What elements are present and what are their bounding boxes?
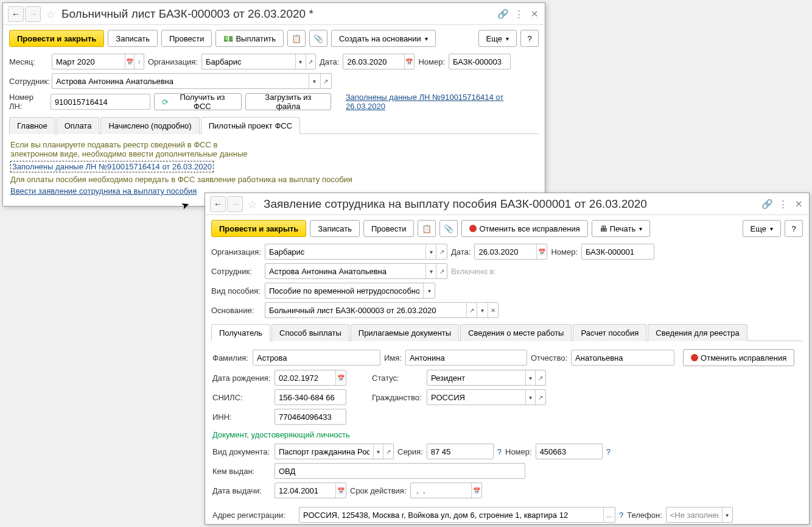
tab-payment-method[interactable]: Способ выплаты [271,324,349,341]
more-icon[interactable]: ⋮ [777,199,788,210]
bdate-field[interactable]: 📅 [275,370,346,386]
write-button[interactable]: Записать [310,220,360,237]
valid-until-field[interactable]: 📅 [410,483,482,498]
dropdown-icon[interactable]: ▾ [477,303,487,317]
dropdown-icon[interactable]: ▾ [722,508,732,522]
tab-calculation[interactable]: Расчет пособия [573,324,646,341]
employee-field[interactable]: ▾ ↗ [265,263,447,279]
status-field[interactable]: ▾↗ [427,370,546,386]
employee-field[interactable]: ▾ ↗ [52,73,332,89]
org-field[interactable]: ▾ ↗ [201,54,316,69]
mname-field[interactable] [571,350,674,366]
close-icon[interactable]: ✕ [529,9,540,19]
ln-info-link[interactable]: Заполнены данные ЛН №910015716414 от 26.… [346,93,539,111]
date-field[interactable]: 📅 [343,54,415,69]
write-button[interactable]: Записать [108,30,158,47]
dropdown-icon[interactable]: ▾ [423,283,435,298]
citizenship-field[interactable]: ▾↗ [427,389,546,405]
help-icon[interactable]: ? [606,447,611,456]
nav-back-button[interactable]: ← [210,196,226,212]
benefit-type-field[interactable]: ▾ [265,283,435,299]
tab-pilot-fss[interactable]: Пилотный проект ФСС [201,117,300,134]
spinner-icon[interactable]: ↕ [134,54,144,69]
print-button[interactable]: 🖶Печать [592,220,651,237]
dropdown-icon[interactable]: ▾ [425,264,436,278]
nav-forward-button[interactable]: → [25,6,41,22]
help-button[interactable]: ? [785,220,803,237]
calendar-icon[interactable]: 📅 [404,54,415,69]
more-icon[interactable]: ⋮ [513,9,524,19]
create-based-button[interactable]: Создать на основании [331,30,436,47]
attachment-icon-button[interactable]: 📎 [439,220,458,237]
load-file-button[interactable]: Загрузить из файла [245,93,332,110]
post-button[interactable]: Провести [161,30,212,47]
list-icon-button[interactable]: 📋 [287,30,306,47]
number-field[interactable] [581,244,654,260]
open-icon[interactable]: ↗ [535,390,545,405]
attachment-icon-button[interactable]: 📎 [309,30,327,47]
tab-workplace[interactable]: Сведения о месте работы [460,324,572,341]
date-field[interactable]: 📅 [474,244,547,260]
help-icon[interactable]: ? [619,511,623,520]
post-and-close-button[interactable]: Провести и закрыть [211,220,306,237]
dropdown-icon[interactable]: ▾ [525,370,536,385]
ln-field[interactable] [51,94,150,110]
link-icon[interactable]: 🔗 [761,199,772,210]
open-icon[interactable]: ↗ [306,54,315,69]
open-icon[interactable]: ↗ [436,244,447,259]
lname-field[interactable] [253,350,380,366]
post-and-close-button[interactable]: Провести и закрыть [9,30,104,47]
open-icon[interactable]: ↗ [535,370,545,385]
dropdown-icon[interactable]: ▾ [309,74,320,88]
ln-data-link[interactable]: Заполнены данные ЛН №910015716414 от 26.… [10,161,214,172]
doc-number-field[interactable] [536,444,603,459]
cancel-all-corrections-button[interactable]: Отменить все исправления [461,220,587,237]
open-icon[interactable]: ↗ [383,444,393,459]
create-application-link[interactable]: Ввести заявление сотрудника на выплату п… [10,186,197,196]
snils-field[interactable] [275,389,346,405]
calendar-icon[interactable]: 📅 [471,483,481,498]
get-fss-button[interactable]: ⟳Получить из ФСС [154,93,241,110]
calendar-icon[interactable]: 📅 [335,483,346,498]
doc-type-field[interactable]: ▾↗ [275,444,394,459]
open-icon[interactable]: ↗ [436,264,447,278]
issue-date-field[interactable]: 📅 [275,483,346,498]
basis-field[interactable]: ↗ ▾ ✕ [265,302,499,318]
list-icon-button[interactable]: 📋 [418,220,436,237]
link-icon[interactable]: 🔗 [497,9,508,19]
close-icon[interactable]: ✕ [793,199,804,210]
nav-forward-button[interactable]: → [227,196,243,212]
more-button[interactable]: Еще [743,220,781,237]
nav-back-button[interactable]: ← [8,6,24,22]
issued-by-field[interactable] [275,463,525,479]
series-field[interactable] [427,444,494,459]
open-icon[interactable]: ↗ [466,303,477,317]
tab-payment[interactable]: Оплата [57,117,100,134]
number-field[interactable] [449,54,511,69]
dropdown-icon[interactable]: ▾ [525,390,536,405]
ellipsis-icon[interactable]: … [603,508,615,522]
dropdown-icon[interactable]: ▾ [425,244,436,259]
month-field[interactable]: 📅 ↕ [52,54,144,69]
open-icon[interactable]: ↗ [320,74,331,88]
favorite-star-icon[interactable]: ☆ [248,198,260,210]
org-field[interactable]: ▾ ↗ [265,244,447,260]
dropdown-icon[interactable]: ▾ [295,54,305,69]
help-icon[interactable]: ? [497,447,502,456]
tab-recipient[interactable]: Получатель [211,324,270,341]
tab-registry[interactable]: Сведения для реестра [648,324,747,341]
calendar-icon[interactable]: 📅 [536,244,547,259]
tab-accrued[interactable]: Начислено (подробно) [100,117,199,134]
clear-icon[interactable]: ✕ [488,303,498,317]
calendar-icon[interactable]: 📅 [125,54,135,69]
reg-addr-field[interactable]: … [299,507,615,523]
more-button[interactable]: Еще [478,30,517,47]
calendar-icon[interactable]: 📅 [335,370,346,385]
cancel-corrections-button[interactable]: Отменить исправления [683,349,794,366]
fname-field[interactable] [405,350,527,366]
help-button[interactable]: ? [520,30,539,47]
favorite-star-icon[interactable]: ☆ [46,8,58,20]
pay-button[interactable]: 💵Выплатить [215,30,284,47]
tab-attachments[interactable]: Прилагаемые документы [351,324,459,341]
post-button[interactable]: Провести [363,220,415,237]
